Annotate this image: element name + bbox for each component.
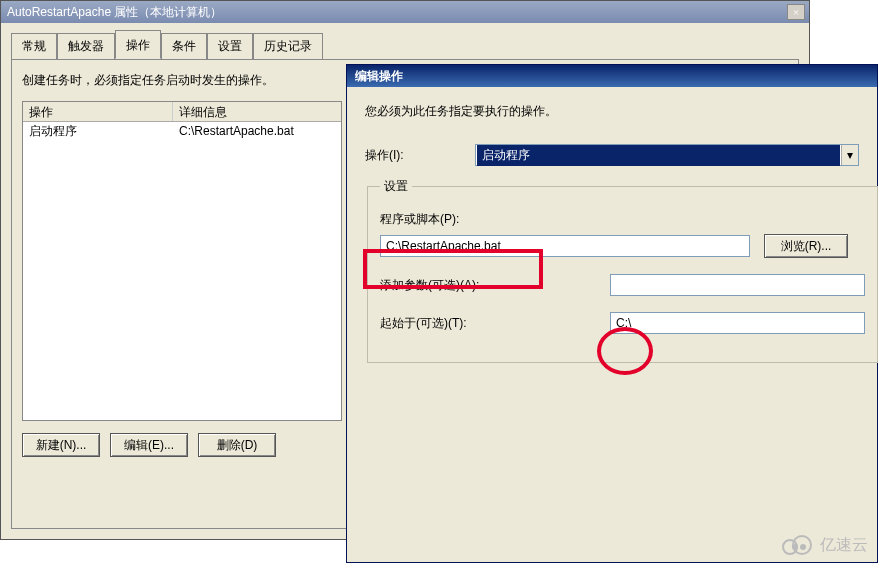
startin-label: 起始于(可选)(T): bbox=[380, 315, 610, 332]
chevron-down-icon[interactable]: ▾ bbox=[841, 145, 858, 165]
tab-settings[interactable]: 设置 bbox=[207, 33, 253, 60]
delete-button[interactable]: 删除(D) bbox=[198, 433, 276, 457]
edit-action-instruction: 您必须为此任务指定要执行的操作。 bbox=[365, 103, 859, 120]
tab-triggers[interactable]: 触发器 bbox=[57, 33, 115, 60]
edit-action-body: 您必须为此任务指定要执行的操作。 操作(I): 启动程序 ▾ 设置 程序或脚本(… bbox=[347, 87, 877, 373]
startin-input[interactable] bbox=[610, 312, 865, 334]
tab-history[interactable]: 历史记录 bbox=[253, 33, 323, 60]
watermark: 亿速云 bbox=[778, 533, 868, 557]
col-action[interactable]: 操作 bbox=[23, 102, 173, 121]
edit-action-dialog: 编辑操作 您必须为此任务指定要执行的操作。 操作(I): 启动程序 ▾ 设置 程… bbox=[346, 64, 878, 563]
args-row: 添加参数(可选)(A): bbox=[380, 274, 865, 296]
action-row: 操作(I): 启动程序 ▾ bbox=[365, 144, 859, 166]
action-label: 操作(I): bbox=[365, 147, 475, 164]
properties-titlebar: AutoRestartApache 属性（本地计算机） × bbox=[1, 1, 809, 23]
action-selected: 启动程序 bbox=[477, 145, 840, 166]
args-input[interactable] bbox=[610, 274, 865, 296]
tab-strip: 常规 触发器 操作 条件 设置 历史记录 bbox=[11, 33, 799, 59]
cell-details: C:\RestartApache.bat bbox=[173, 122, 341, 140]
cloud-icon bbox=[778, 533, 816, 557]
table-row[interactable]: 启动程序 C:\RestartApache.bat bbox=[23, 122, 341, 140]
script-input[interactable] bbox=[380, 235, 750, 257]
watermark-text: 亿速云 bbox=[820, 535, 868, 556]
edit-action-title: 编辑操作 bbox=[347, 65, 877, 87]
startin-row: 起始于(可选)(T): bbox=[380, 312, 865, 334]
new-button[interactable]: 新建(N)... bbox=[22, 433, 100, 457]
table-header: 操作 详细信息 bbox=[23, 102, 341, 122]
script-row: 浏览(R)... bbox=[380, 234, 865, 258]
tab-actions[interactable]: 操作 bbox=[115, 30, 161, 59]
browse-button[interactable]: 浏览(R)... bbox=[764, 234, 848, 258]
actions-table[interactable]: 操作 详细信息 启动程序 C:\RestartApache.bat bbox=[22, 101, 342, 421]
svg-point-3 bbox=[800, 544, 806, 550]
close-icon[interactable]: × bbox=[787, 4, 805, 20]
tab-general[interactable]: 常规 bbox=[11, 33, 57, 60]
settings-groupbox: 设置 程序或脚本(P): 浏览(R)... 添加参数(可选)(A): 起始于(可… bbox=[367, 178, 878, 363]
script-label: 程序或脚本(P): bbox=[380, 211, 865, 228]
args-label: 添加参数(可选)(A): bbox=[380, 277, 610, 294]
svg-point-2 bbox=[792, 544, 798, 550]
edit-button[interactable]: 编辑(E)... bbox=[110, 433, 188, 457]
properties-title: AutoRestartApache 属性（本地计算机） bbox=[7, 1, 222, 23]
settings-legend: 设置 bbox=[380, 178, 412, 195]
cell-action: 启动程序 bbox=[23, 122, 173, 140]
action-combobox[interactable]: 启动程序 ▾ bbox=[475, 144, 859, 166]
tab-conditions[interactable]: 条件 bbox=[161, 33, 207, 60]
col-details[interactable]: 详细信息 bbox=[173, 102, 341, 121]
